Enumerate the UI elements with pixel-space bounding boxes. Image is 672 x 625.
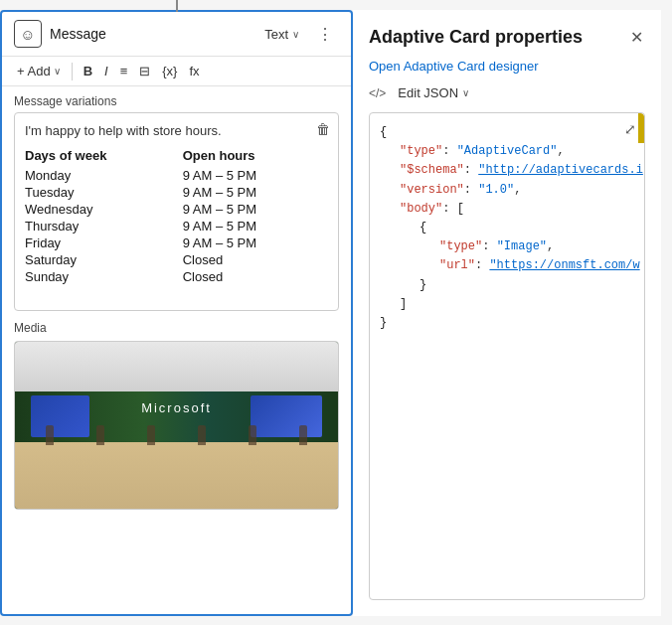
table-row: SaturdayClosed [25,251,328,268]
json-code-editor[interactable]: ⤢ { "type": "AdaptiveCard", "$schema": "… [369,112,645,600]
connector-top [176,0,178,12]
add-label: + Add [17,64,51,78]
properties-header: Adaptive Card properties ✕ [369,26,645,49]
message-variations-label: Message variations [2,86,351,112]
table-row: SundayClosed [25,268,328,285]
table-row: Monday9 AM – 5 PM [25,167,328,184]
json-line-5: { [380,219,634,237]
edit-json-button[interactable]: Edit JSON ∨ [394,83,473,102]
person-5 [249,425,256,445]
json-line-0: { [380,123,634,142]
edit-json-chevron-icon: ∨ [462,87,469,98]
add-button[interactable]: + Add ∨ [12,61,66,81]
formula-button[interactable]: fx [184,61,204,81]
panel-header: ☺ Message Text ∨ ⋮ [2,12,351,57]
hours-cell: Closed [183,251,328,268]
store-ceiling [15,342,338,391]
toolbar-divider [72,63,73,80]
store-brand-text: Microsoft [141,400,212,415]
table-row: Friday9 AM – 5 PM [25,234,328,251]
person-6 [299,425,307,445]
store-hours-table: Days of week Open hours Monday9 AM – 5 P… [25,148,328,285]
more-options-button[interactable]: ⋮ [311,23,339,46]
variable-icon: {x} [162,64,177,78]
left-panel: ☺ Message Text ∨ ⋮ + Add ∨ B I [0,10,353,616]
store-people [15,412,338,446]
day-cell: Sunday [25,268,183,285]
json-line-4: "body": [ [380,200,634,219]
message-icon: ☺ [14,20,42,48]
day-cell: Wednesday [25,201,183,218]
media-label: Media [14,321,339,335]
formatting-toolbar: + Add ∨ B I ≡ ⊟ {x} fx [2,57,351,86]
media-image[interactable]: Microsoft [14,341,339,510]
more-icon: ⋮ [317,26,333,43]
expand-icon: ⤢ [624,121,636,137]
close-icon: ✕ [630,29,643,46]
json-line-8: } [380,276,634,295]
bold-button[interactable]: B [79,61,97,81]
store-floor [15,442,338,509]
json-line-3: "version": "1.0", [380,181,634,200]
type-label: Text [264,27,288,42]
json-line-1: "type": "AdaptiveCard", [380,142,634,161]
table-row: Thursday9 AM – 5 PM [25,218,328,234]
variable-button[interactable]: {x} [157,61,182,81]
hours-cell: 9 AM – 5 PM [183,218,328,234]
hours-cell: 9 AM – 5 PM [183,184,328,201]
json-line-9: ] [380,295,634,314]
json-line-6: "type": "Image", [380,237,634,256]
person-2 [96,425,104,445]
properties-title: Adaptive Card properties [369,27,583,48]
json-line-2: "$schema": "http://adaptivecards.i [380,161,634,180]
numbered-list-icon: ⊟ [139,64,150,78]
json-line-7: "url": "https://onmsft.com/w [380,256,634,275]
json-toolbar: </> Edit JSON ∨ [369,83,645,102]
italic-button[interactable]: I [99,61,113,81]
store-image-bg: Microsoft [15,342,338,509]
bullet-list-button[interactable]: ≡ [115,61,133,81]
delete-variation-button[interactable]: 🗑 [314,119,332,139]
italic-icon: I [104,64,108,78]
panel-title: Message [50,26,252,42]
hours-cell: Closed [183,268,328,285]
numbered-list-button[interactable]: ⊟ [134,61,155,81]
table-row: Wednesday9 AM – 5 PM [25,201,328,218]
person-1 [46,425,54,445]
expand-button[interactable]: ⤢ [622,119,638,139]
media-section: Media Microsoft [2,311,351,510]
hours-cell: 9 AM – 5 PM [183,167,328,184]
day-cell: Friday [25,234,183,251]
code-icon: </> [369,86,386,100]
message-variations-area[interactable]: 🗑 I'm happy to help with store hours. Da… [14,112,339,311]
add-chevron-icon: ∨ [54,66,61,77]
hours-column-header: Open hours [183,148,328,167]
right-panel: Adaptive Card properties ✕ Open Adaptive… [353,10,661,616]
hours-cell: 9 AM – 5 PM [183,234,328,251]
json-line-10: } [380,314,634,333]
day-cell: Tuesday [25,184,183,201]
chevron-down-icon: ∨ [292,29,299,40]
formula-icon: fx [189,64,199,78]
bold-icon: B [84,64,92,78]
bullet-list-icon: ≡ [120,64,128,78]
type-dropdown-button[interactable]: Text ∨ [260,25,303,44]
table-row: Tuesday9 AM – 5 PM [25,184,328,201]
days-column-header: Days of week [25,148,183,167]
hours-cell: 9 AM – 5 PM [183,201,328,218]
message-intro-text: I'm happy to help with store hours. [25,123,328,138]
person-4 [198,425,206,445]
day-cell: Monday [25,167,183,184]
close-panel-button[interactable]: ✕ [628,26,645,49]
day-cell: Saturday [25,251,183,268]
person-3 [147,425,155,445]
open-designer-link[interactable]: Open Adaptive Card designer [369,59,645,74]
day-cell: Thursday [25,218,183,234]
edit-json-label: Edit JSON [398,85,458,100]
trash-icon: 🗑 [316,121,330,137]
accent-bar [638,113,644,143]
